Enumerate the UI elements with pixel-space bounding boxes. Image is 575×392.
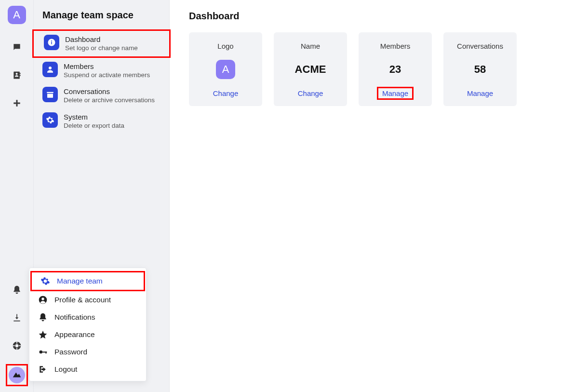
svg-rect-16 [45,351,46,353]
main-content: Dashboard Logo A Change Name ACME Change… [170,0,575,392]
menu-label: Dashboard [65,35,138,44]
menu-sub: Suspend or activate members [64,71,150,80]
card-logo: Logo A Change [189,32,262,106]
svg-rect-5 [16,348,17,350]
dashboard-cards: Logo A Change Name ACME Change Members 2… [189,32,556,106]
user-popup-menu: Manage team Profile & account Notificati… [29,268,147,381]
info-icon [44,35,59,50]
download-icon[interactable] [7,308,27,327]
gear-icon [42,112,58,128]
svg-point-3 [15,344,18,348]
manage-members-link[interactable]: Manage [378,88,412,98]
bell-icon [38,312,48,322]
menu-label: Members [64,62,150,71]
popup-item-manage-team[interactable]: Manage team [32,272,144,290]
menu-sub: Delete or archive conversations [64,96,155,105]
menu-item-dashboard-highlight: Dashboard Set logo or change name [32,29,171,58]
card-value: 58 [474,63,486,76]
help-icon[interactable] [7,336,27,355]
popup-label: Manage team [57,277,103,285]
key-icon [38,347,48,357]
menu-item-dashboard[interactable]: Dashboard Set logo or change name [35,31,168,56]
card-conversations: Conversations 58 Manage [443,32,517,106]
bell-icon[interactable] [7,280,27,299]
popup-label: Appearance [54,330,95,339]
menu-item-members[interactable]: Members Suspend or activate members [34,58,169,83]
svg-rect-4 [16,342,17,344]
card-label: Logo [217,42,233,50]
manage-conversations-link[interactable]: Manage [463,88,497,98]
popup-item-profile[interactable]: Profile & account [29,291,146,309]
panel-title: Manage team space [34,10,169,29]
popup-item-password[interactable]: Password [29,343,146,361]
svg-point-11 [49,67,52,69]
person-icon [38,295,48,305]
user-avatar-highlight [6,364,28,386]
star-icon [38,330,48,339]
popup-label: Profile & account [54,296,111,304]
card-label: Name [301,42,320,50]
popup-label: Password [54,348,87,356]
svg-rect-6 [13,345,14,346]
menu-label: System [64,113,124,122]
svg-rect-0 [19,73,20,74]
card-name: Name ACME Change [274,32,347,106]
card-value: 23 [389,63,401,76]
svg-point-10 [51,41,52,41]
svg-rect-9 [51,42,52,44]
svg-point-14 [40,351,43,354]
card-value: ACME [295,63,326,76]
popup-label: Notifications [54,313,95,322]
contacts-icon[interactable] [7,66,27,85]
chat-icon[interactable] [7,38,27,57]
gear-icon [40,276,50,286]
menu-sub: Set logo or change name [65,44,138,53]
add-icon[interactable] [7,94,27,113]
main-title: Dashboard [189,11,556,22]
menu-item-conversations[interactable]: Conversations Delete or archive conversa… [34,83,169,108]
person-icon [42,62,58,77]
popup-item-logout[interactable]: Logout [29,361,146,378]
change-logo-link[interactable]: Change [209,88,242,98]
svg-rect-7 [19,345,21,346]
change-name-link[interactable]: Change [294,88,327,98]
team-logo-icon: A [216,60,235,79]
card-members: Members 23 Manage [359,32,432,106]
popup-label: Logout [54,365,77,374]
menu-label: Conversations [64,87,155,96]
archive-icon [42,87,58,102]
card-label: Members [380,42,411,50]
menu-item-system[interactable]: System Delete or export data [34,108,169,134]
menu-sub: Delete or export data [64,122,124,130]
card-label: Conversations [457,42,503,50]
user-avatar[interactable] [9,367,25,383]
logout-icon [38,365,48,374]
popup-item-manage-team-highlight: Manage team [30,271,145,291]
svg-rect-1 [19,75,20,76]
svg-point-13 [41,297,44,300]
popup-item-notifications[interactable]: Notifications [29,309,146,326]
popup-item-appearance[interactable]: Appearance [29,326,146,343]
team-badge[interactable]: A [8,6,26,24]
